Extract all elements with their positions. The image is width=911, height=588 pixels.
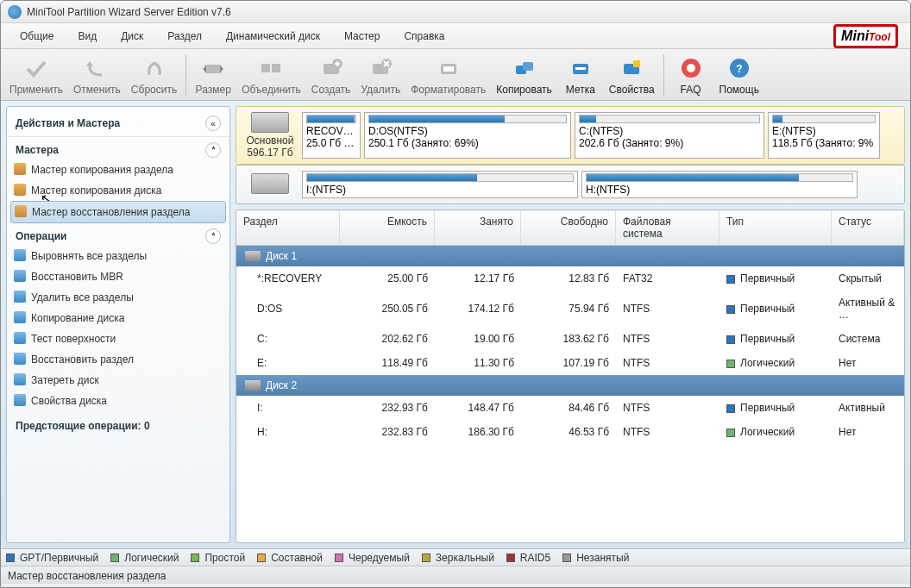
props-icon xyxy=(618,54,645,82)
copy-icon xyxy=(511,54,538,82)
ops-header[interactable]: Операции ˄ xyxy=(7,223,229,246)
disk-row[interactable]: I:(NTFS)H:(NTFS) xyxy=(236,165,905,204)
col-header[interactable]: Файловая система xyxy=(616,210,719,245)
tb-copy-button[interactable]: Копировать xyxy=(491,53,557,99)
format-icon xyxy=(435,54,462,82)
col-header[interactable]: Свободно xyxy=(521,210,616,245)
brand-logo: MiniTool xyxy=(833,24,898,48)
op-item[interactable]: Восстановить MBR xyxy=(7,266,229,287)
partition-block[interactable]: RECOVERY(FA25.0 Гб (Заня xyxy=(302,112,361,159)
col-header[interactable]: Занято xyxy=(435,210,521,245)
menubar: ОбщиеВидДискРазделДинамический дискМасте… xyxy=(1,23,910,49)
col-header[interactable]: Емкость xyxy=(340,210,435,245)
wizard-item[interactable]: Мастер копирования диска xyxy=(7,180,229,201)
op-item[interactable]: Затереть диск xyxy=(7,370,229,391)
menu-Диск[interactable]: Диск xyxy=(109,23,155,49)
partition-row[interactable]: H:232.83 Гб186.30 Гб46.53 ГбNTFSЛогическ… xyxy=(236,420,904,444)
body: Действия и Мастера « Мастера ˄ Мастер ко… xyxy=(1,101,910,548)
svg-rect-14 xyxy=(633,60,640,67)
col-header[interactable]: Тип xyxy=(719,210,832,245)
side-panel: Действия и Мастера « Мастера ˄ Мастер ко… xyxy=(6,106,230,543)
partition-row[interactable]: E:118.49 Гб11.30 Гб107.19 ГбNTFSЛогическ… xyxy=(236,351,904,375)
side-header: Действия и Мастера « xyxy=(7,110,229,137)
disk-icon xyxy=(245,380,261,391)
tb-apply-button: Применить xyxy=(4,53,68,99)
op-item[interactable]: Выровнять все разделы xyxy=(7,246,229,266)
disk-icon xyxy=(242,171,298,198)
col-header[interactable]: Раздел xyxy=(236,210,340,245)
disk-icon xyxy=(245,251,261,261)
menu-Справка[interactable]: Справка xyxy=(392,23,456,49)
pending-ops: Предстоящие операции: 0 xyxy=(7,411,229,441)
partition-row[interactable]: I:232.93 Гб148.47 Гб84.46 ГбNTFSПервичны… xyxy=(236,396,904,420)
legend-item: Составной xyxy=(257,552,323,564)
legend-item: Простой xyxy=(191,552,245,564)
status-text: Мастер восстановления раздела xyxy=(8,570,166,582)
legend-item: Чередуемый xyxy=(335,552,410,564)
legend-item: RAID5 xyxy=(506,552,550,564)
svg-rect-0 xyxy=(204,65,222,73)
legend-item: Зеркальный xyxy=(422,552,494,564)
menu-Вид[interactable]: Вид xyxy=(66,23,109,49)
menu-Раздел[interactable]: Раздел xyxy=(155,23,214,49)
toolbar-separator xyxy=(663,54,664,96)
toolbar: ПрименитьОтменитьСброситьРазмерОбъединит… xyxy=(1,49,910,101)
partition-row[interactable]: D:OS250.05 Гб174.12 Гб75.94 ГбNTFSПервич… xyxy=(236,291,904,327)
op-item[interactable]: Тест поверхности xyxy=(7,328,229,349)
grid-header: РазделЕмкостьЗанятоСвободноФайловая сист… xyxy=(236,210,904,246)
window-title: MiniTool Partition Wizard Server Edition… xyxy=(27,6,231,18)
resize-icon xyxy=(199,54,227,82)
wizard-item[interactable]: Мастер восстановления раздела xyxy=(10,201,226,223)
partition-block[interactable]: I:(NTFS) xyxy=(302,171,578,198)
tb-props-button[interactable]: Свойства xyxy=(604,53,660,99)
tb-undo-button: Отменить xyxy=(68,53,126,99)
wizards-label: Мастера xyxy=(16,144,59,156)
disk-group-header[interactable]: Диск 1 xyxy=(236,246,904,266)
menu-Мастер[interactable]: Мастер xyxy=(332,23,393,49)
op-item[interactable]: Свойства диска xyxy=(7,391,229,411)
svg-rect-10 xyxy=(523,62,533,71)
collapse-icon[interactable]: « xyxy=(205,116,221,131)
op-item[interactable]: Копирование диска xyxy=(7,308,229,328)
app-icon xyxy=(8,5,22,19)
tb-label-button[interactable]: Метка xyxy=(557,53,604,99)
tb-faq-button[interactable]: FAQ xyxy=(668,53,714,99)
apply-icon xyxy=(22,54,50,82)
partition-row[interactable]: *:RECOVERY25.00 Гб12.17 Гб12.83 ГбFAT32П… xyxy=(236,266,904,291)
tb-delete-button: Удалить xyxy=(355,53,405,99)
col-header[interactable]: Статус xyxy=(832,210,904,245)
toolbar-separator xyxy=(185,54,186,96)
svg-rect-8 xyxy=(443,66,454,72)
legend-item: Логический xyxy=(110,552,179,564)
svg-point-16 xyxy=(687,64,695,72)
chevron-up-icon[interactable]: ˄ xyxy=(205,228,221,244)
help-icon: ? xyxy=(726,54,753,82)
tb-format-button: Форматировать xyxy=(405,53,491,99)
wizards-header[interactable]: Мастера ˄ xyxy=(7,137,229,160)
svg-rect-2 xyxy=(272,64,280,72)
wizard-item[interactable]: Мастер копирования раздела xyxy=(7,160,229,180)
tb-merge-button: Объединить xyxy=(236,53,306,99)
menu-Динамический диск[interactable]: Динамический диск xyxy=(214,23,332,49)
disk-group-header[interactable]: Диск 2 xyxy=(236,375,904,396)
chevron-up-icon[interactable]: ˄ xyxy=(205,142,221,158)
tb-create-button: Создать xyxy=(306,53,356,99)
partition-block[interactable]: E:(NTFS)118.5 Гб (Занято: 9% xyxy=(768,112,880,159)
op-item[interactable]: Удалить все разделы xyxy=(7,287,229,308)
tb-help-button[interactable]: ?Помощь xyxy=(714,53,764,99)
disk-row[interactable]: Основной596.17 ГбRECOVERY(FA25.0 Гб (Зан… xyxy=(236,106,905,165)
tb-resize-button: Размер xyxy=(190,53,236,99)
discard-icon xyxy=(141,54,168,82)
side-header-label: Действия и Мастера xyxy=(16,117,120,129)
legend: GPT/ПервичныйЛогическийПростойСоставнойЧ… xyxy=(1,548,910,566)
partition-row[interactable]: C:202.62 Гб19.00 Гб183.62 ГбNTFSПервичны… xyxy=(236,327,904,351)
op-item[interactable]: Восстановить раздел xyxy=(7,349,229,370)
disk-icon: Основной596.17 Гб xyxy=(242,112,298,159)
partition-block[interactable]: H:(NTFS) xyxy=(581,171,858,198)
create-icon xyxy=(317,54,345,82)
statusbar: Мастер восстановления раздела xyxy=(1,566,910,585)
legend-item: GPT/Первичный xyxy=(6,552,98,564)
menu-Общие[interactable]: Общие xyxy=(8,23,66,49)
partition-block[interactable]: C:(NTFS)202.6 Гб (Занято: 9%) xyxy=(575,112,764,159)
partition-block[interactable]: D:OS(NTFS)250.1 Гб (Занято: 69%) xyxy=(364,112,571,159)
